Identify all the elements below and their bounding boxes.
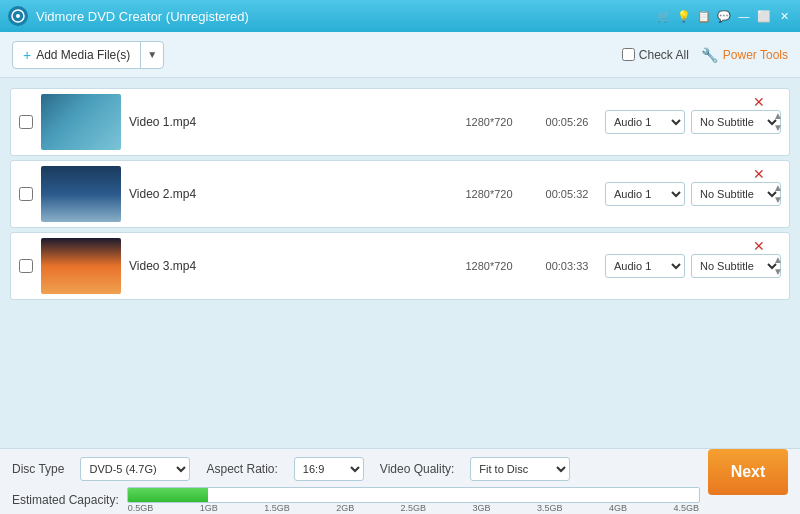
capacity-label: Estimated Capacity: <box>12 493 119 507</box>
capacity-marker: 3GB <box>473 503 491 513</box>
bottom-content: Disc Type DVD-5 (4.7G)DVD-9 (8.5G)BD-25B… <box>12 457 788 513</box>
chat-icon[interactable]: 💬 <box>716 8 732 24</box>
move-down-3[interactable]: ▼ <box>773 267 783 277</box>
move-down-1[interactable]: ▼ <box>773 123 783 133</box>
remove-video-2[interactable]: ✕ <box>753 167 765 181</box>
video-duration-1: 00:05:26 <box>537 116 597 128</box>
next-button[interactable]: Next <box>708 449 788 495</box>
capacity-marker: 4.5GB <box>673 503 699 513</box>
disc-type-label: Disc Type <box>12 462 64 476</box>
move-up-2[interactable]: ▲ <box>773 183 783 193</box>
power-tools-label: Power Tools <box>723 48 788 62</box>
table-row: Video 2.mp4 1280*720 00:05:32 Audio 1Aud… <box>10 160 790 228</box>
capacity-bar <box>127 487 700 503</box>
title-bar: Vidmore DVD Creator (Unregistered) 🛒 💡 📋… <box>0 0 800 32</box>
video-quality-select[interactable]: Fit to DiscHighMediumLow <box>470 457 570 481</box>
capacity-marker: 4GB <box>609 503 627 513</box>
capacity-marker: 3.5GB <box>537 503 563 513</box>
capacity-marker: 1GB <box>200 503 218 513</box>
subtitle-select-3[interactable]: No SubtitleSubtitle 1Subtitle 2 <box>691 254 781 278</box>
table-row: Video 1.mp4 1280*720 00:05:26 Audio 1Aud… <box>10 88 790 156</box>
tip-icon[interactable]: 💡 <box>676 8 692 24</box>
app-logo <box>8 6 28 26</box>
video-resolution-1: 1280*720 <box>449 116 529 128</box>
subtitle-select-1[interactable]: No SubtitleSubtitle 1Subtitle 2 <box>691 110 781 134</box>
video-controls-2: Audio 1Audio 2No Audio No SubtitleSubtit… <box>605 182 781 206</box>
video-name-3: Video 3.mp4 <box>129 259 441 273</box>
capacity-markers: 0.5GB1GB1.5GB2GB2.5GB3GB3.5GB4GB4.5GB <box>127 503 700 513</box>
video-checkbox-1[interactable] <box>19 115 33 129</box>
video-name-2: Video 2.mp4 <box>129 187 441 201</box>
disc-type-select[interactable]: DVD-5 (4.7G)DVD-9 (8.5G)BD-25BD-50 <box>80 457 190 481</box>
window-controls: 🛒 💡 📋 💬 — ⬜ ✕ <box>656 8 792 24</box>
video-quality-label: Video Quality: <box>380 462 455 476</box>
toolbar-right: Check All 🔧 Power Tools <box>622 47 788 63</box>
maximize-icon[interactable]: ⬜ <box>756 8 772 24</box>
row-arrows-2: ▲ ▼ <box>773 161 783 227</box>
capacity-fill <box>128 488 208 502</box>
video-thumbnail-1 <box>41 94 121 150</box>
bottom-settings-row: Disc Type DVD-5 (4.7G)DVD-9 (8.5G)BD-25B… <box>12 457 700 481</box>
move-up-1[interactable]: ▲ <box>773 111 783 121</box>
video-resolution-2: 1280*720 <box>449 188 529 200</box>
minimize-icon[interactable]: — <box>736 8 752 24</box>
table-row: Video 3.mp4 1280*720 00:03:33 Audio 1Aud… <box>10 232 790 300</box>
add-media-button[interactable]: + Add Media File(s) ▼ <box>12 41 164 69</box>
video-checkbox-2[interactable] <box>19 187 33 201</box>
move-up-3[interactable]: ▲ <box>773 255 783 265</box>
toolbar: + Add Media File(s) ▼ Check All 🔧 Power … <box>0 32 800 78</box>
aspect-ratio-select[interactable]: 16:94:3 <box>294 457 364 481</box>
add-media-label: Add Media File(s) <box>36 48 130 62</box>
power-tools-icon: 🔧 <box>701 47 718 63</box>
remove-video-3[interactable]: ✕ <box>753 239 765 253</box>
shop-icon[interactable]: 🛒 <box>656 8 672 24</box>
clipboard-icon[interactable]: 📋 <box>696 8 712 24</box>
audio-select-2[interactable]: Audio 1Audio 2No Audio <box>605 182 685 206</box>
add-media-dropdown-arrow[interactable]: ▼ <box>141 42 163 68</box>
svg-point-1 <box>16 14 20 18</box>
video-checkbox-3[interactable] <box>19 259 33 273</box>
move-down-2[interactable]: ▼ <box>773 195 783 205</box>
capacity-marker: 1.5GB <box>264 503 290 513</box>
video-thumbnail-2 <box>41 166 121 222</box>
check-all-checkbox[interactable] <box>622 48 635 61</box>
capacity-marker: 2GB <box>336 503 354 513</box>
bottom-left: Disc Type DVD-5 (4.7G)DVD-9 (8.5G)BD-25B… <box>12 457 700 513</box>
bottom-panel: Disc Type DVD-5 (4.7G)DVD-9 (8.5G)BD-25B… <box>0 448 800 514</box>
check-all-label: Check All <box>639 48 689 62</box>
video-list: Video 1.mp4 1280*720 00:05:26 Audio 1Aud… <box>0 78 800 448</box>
capacity-marker: 0.5GB <box>128 503 154 513</box>
audio-select-3[interactable]: Audio 1Audio 2No Audio <box>605 254 685 278</box>
video-controls-1: Audio 1Audio 2No Audio No SubtitleSubtit… <box>605 110 781 134</box>
window-title: Vidmore DVD Creator (Unregistered) <box>36 9 656 24</box>
row-arrows-1: ▲ ▼ <box>773 89 783 155</box>
video-name-1: Video 1.mp4 <box>129 115 441 129</box>
add-media-main[interactable]: + Add Media File(s) <box>13 42 141 68</box>
aspect-ratio-label: Aspect Ratio: <box>206 462 277 476</box>
capacity-marker: 2.5GB <box>401 503 427 513</box>
check-all-area[interactable]: Check All <box>622 48 689 62</box>
remove-video-1[interactable]: ✕ <box>753 95 765 109</box>
capacity-wrapper: 0.5GB1GB1.5GB2GB2.5GB3GB3.5GB4GB4.5GB <box>127 487 700 513</box>
video-resolution-3: 1280*720 <box>449 260 529 272</box>
video-duration-3: 00:03:33 <box>537 260 597 272</box>
video-duration-2: 00:05:32 <box>537 188 597 200</box>
video-thumbnail-3 <box>41 238 121 294</box>
subtitle-select-2[interactable]: No SubtitleSubtitle 1Subtitle 2 <box>691 182 781 206</box>
add-icon: + <box>23 47 31 63</box>
video-controls-3: Audio 1Audio 2No Audio No SubtitleSubtit… <box>605 254 781 278</box>
close-icon[interactable]: ✕ <box>776 8 792 24</box>
row-arrows-3: ▲ ▼ <box>773 233 783 299</box>
power-tools-button[interactable]: 🔧 Power Tools <box>701 47 788 63</box>
audio-select-1[interactable]: Audio 1Audio 2No Audio <box>605 110 685 134</box>
capacity-row: Estimated Capacity: 0.5GB1GB1.5GB2GB2.5G… <box>12 487 700 513</box>
